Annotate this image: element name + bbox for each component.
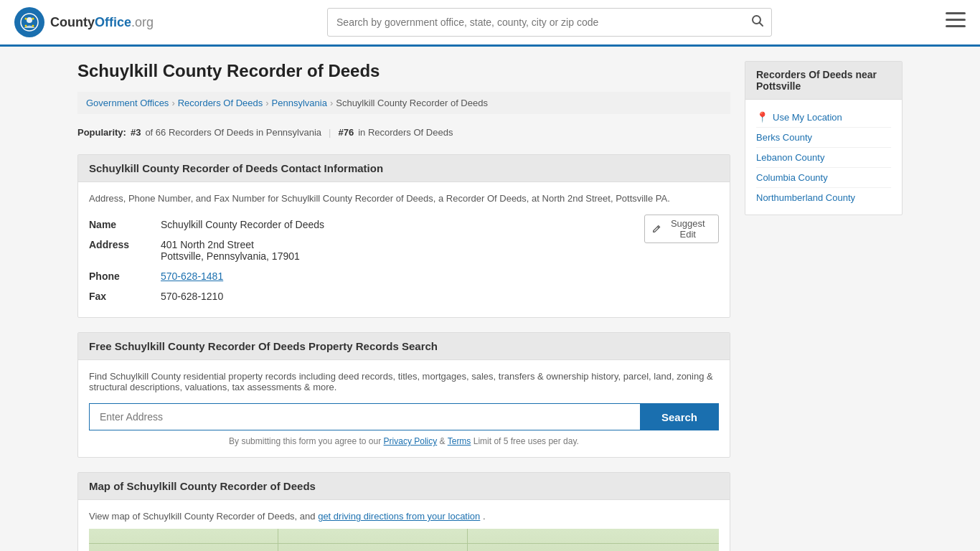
map-desc-text: View map of Schuylkill County Recorder o…: [89, 511, 316, 522]
svg-point-4: [25, 25, 27, 27]
contact-description: Address, Phone Number, and Fax Number fo…: [89, 193, 719, 204]
use-my-location-link[interactable]: Use My Location: [773, 112, 842, 123]
map-placeholder: 📍: [89, 529, 719, 551]
breadcrumb-link-pennsylvania[interactable]: Pennsylvania: [272, 98, 327, 108]
northumberland-county-link[interactable]: Northumberland County: [756, 192, 855, 203]
contact-row-address: Address 401 North 2nd Street Pottsville,…: [89, 235, 644, 266]
contact-row-name: Name Schuylkill County Recorder of Deeds: [89, 215, 644, 235]
contact-phone-label: Phone: [89, 266, 161, 286]
form-disclaimer: By submitting this form you agree to our…: [89, 436, 719, 446]
contact-section-header: Schuylkill County Recorder of Deeds Cont…: [78, 155, 730, 182]
contact-section: Schuylkill County Recorder of Deeds Cont…: [77, 154, 730, 318]
map-section: Map of Schuylkill County Recorder of Dee…: [77, 472, 730, 551]
hamburger-menu-icon[interactable]: [946, 12, 966, 32]
logo-icon: [14, 7, 44, 37]
property-search-body: Find Schuylkill County residential prope…: [78, 360, 730, 457]
main-wrapper: Schuylkill County Recorder of Deeds Gove…: [67, 47, 913, 551]
content-area: Schuylkill County Recorder of Deeds Gove…: [77, 61, 730, 551]
lebanon-county-link[interactable]: Lebanon County: [756, 152, 824, 163]
contact-fax-value: 570-628-1210: [161, 286, 644, 306]
header: CountyOffice.org: [0, 0, 980, 47]
suggest-edit-label: Suggest Edit: [664, 218, 711, 240]
sidebar-card: Recorders Of Deeds near Pottsville 📍 Use…: [745, 61, 903, 215]
map-section-body: View map of Schuylkill County Recorder o…: [78, 500, 730, 551]
svg-point-2: [25, 18, 27, 20]
popularity-rank2: #76: [338, 127, 354, 138]
popularity-rank1-context: of 66 Recorders Of Deeds in Pennsylvania: [145, 127, 321, 138]
popularity-divider: |: [329, 127, 331, 138]
popularity-bar: Popularity: #3 of 66 Recorders Of Deeds …: [77, 121, 730, 143]
disclaimer-text: By submitting this form you agree to our: [229, 436, 381, 446]
search-button[interactable]: Search: [640, 403, 719, 430]
popularity-label: Popularity:: [77, 127, 126, 138]
property-search-header: Free Schuylkill County Recorder Of Deeds…: [78, 333, 730, 360]
contact-phone-link[interactable]: 570-628-1481: [161, 270, 223, 282]
popularity-rank1: #3: [131, 127, 141, 138]
breadcrumb-sep-1: ›: [171, 98, 174, 108]
svg-point-3: [32, 18, 34, 20]
sidebar-link-northumberland: Northumberland County: [756, 187, 891, 207]
contact-table: Name Schuylkill County Recorder of Deeds…: [89, 215, 644, 306]
breadcrumb-link-recorders[interactable]: Recorders Of Deeds: [178, 98, 263, 108]
address-search-row: Search: [89, 403, 719, 430]
contact-address-line1: 401 North 2nd Street: [161, 239, 644, 250]
svg-rect-10: [946, 25, 966, 27]
sidebar-header: Recorders Of Deeds near Pottsville: [745, 62, 902, 100]
popularity-rank2-context: in Recorders Of Deeds: [358, 127, 453, 138]
header-search-bar: [327, 8, 772, 37]
page-title: Schuylkill County Recorder of Deeds: [77, 61, 730, 81]
svg-line-7: [760, 23, 763, 27]
header-search-button[interactable]: [744, 9, 771, 36]
svg-point-1: [27, 17, 32, 23]
contact-address-value: 401 North 2nd Street Pottsville, Pennsyl…: [161, 235, 644, 266]
driving-directions-link[interactable]: get driving directions from your locatio…: [318, 511, 480, 522]
sidebar-body: 📍 Use My Location Berks County Lebanon C…: [745, 100, 902, 215]
sidebar-link-columbia: Columbia County: [756, 167, 891, 187]
privacy-policy-link[interactable]: Privacy Policy: [384, 436, 438, 446]
breadcrumb-link-gov-offices[interactable]: Government Offices: [86, 98, 169, 108]
terms-link[interactable]: Terms: [448, 436, 471, 446]
map-section-header: Map of Schuylkill County Recorder of Dee…: [78, 473, 730, 500]
contact-name-label: Name: [89, 215, 161, 235]
svg-point-5: [32, 25, 34, 27]
use-my-location-item: 📍 Use My Location: [756, 107, 891, 127]
contact-phone-value: 570-628-1481: [161, 266, 644, 286]
sidebar-link-berks: Berks County: [756, 127, 891, 147]
location-pin-icon: 📍: [756, 111, 768, 123]
property-search-description: Find Schuylkill County residential prope…: [89, 371, 719, 392]
limit-text: Limit of 5 free uses per day.: [473, 436, 579, 446]
header-search-input[interactable]: [328, 11, 744, 34]
map-description: View map of Schuylkill County Recorder o…: [89, 511, 719, 522]
suggest-edit-button[interactable]: Suggest Edit: [644, 215, 719, 243]
logo-text: CountyOffice.org: [50, 15, 154, 30]
contact-address-line2: Pottsville, Pennsylvania, 17901: [161, 250, 644, 262]
contact-row-phone: Phone 570-628-1481: [89, 266, 644, 286]
svg-line-11: [658, 227, 659, 228]
and-text: &: [440, 436, 448, 446]
map-period: .: [483, 511, 486, 522]
contact-section-body: Address, Phone Number, and Fax Number fo…: [78, 182, 730, 317]
contact-name-value: Schuylkill County Recorder of Deeds: [161, 215, 644, 235]
columbia-county-link[interactable]: Columbia County: [756, 172, 828, 183]
address-input[interactable]: [89, 403, 640, 430]
sidebar-link-lebanon: Lebanon County: [756, 147, 891, 167]
contact-fax-label: Fax: [89, 286, 161, 306]
breadcrumb-sep-2: ›: [265, 98, 268, 108]
breadcrumb-sep-3: ›: [330, 98, 333, 108]
svg-rect-9: [946, 19, 966, 21]
berks-county-link[interactable]: Berks County: [756, 132, 812, 143]
contact-row-fax: Fax 570-628-1210: [89, 286, 644, 306]
breadcrumb-current: Schuylkill County Recorder of Deeds: [336, 98, 488, 108]
sidebar: Recorders Of Deeds near Pottsville 📍 Use…: [745, 61, 903, 551]
property-search-section: Free Schuylkill County Recorder Of Deeds…: [77, 332, 730, 458]
logo-area: CountyOffice.org: [14, 7, 154, 37]
svg-rect-8: [946, 12, 966, 14]
contact-address-label: Address: [89, 235, 161, 266]
breadcrumb: Government Offices › Recorders Of Deeds …: [77, 92, 730, 114]
